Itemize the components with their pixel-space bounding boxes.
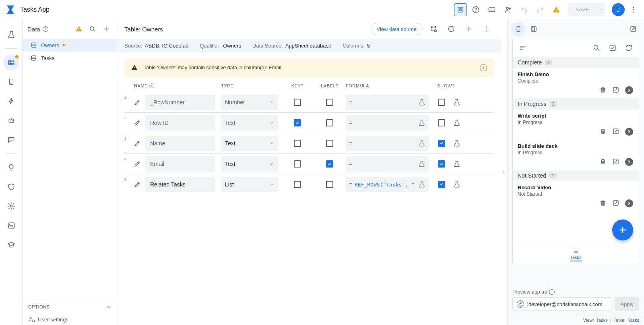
view-data-source-button[interactable]: View data source [371, 23, 423, 35]
task-group-header[interactable]: Not Started1 [513, 170, 639, 181]
flask-icon[interactable] [418, 160, 425, 168]
task-open-icon[interactable] [625, 128, 633, 136]
rail-learn-icon[interactable] [3, 237, 19, 253]
panel-divider[interactable] [501, 19, 507, 325]
preview-as-input[interactable]: @ jdeveloper@christianschalk.com [512, 297, 611, 311]
panel-add-icon[interactable] [101, 23, 112, 35]
info-icon[interactable]: i [43, 26, 48, 32]
add-column-icon[interactable] [462, 22, 476, 36]
checkbox[interactable] [326, 119, 333, 126]
open-preview-icon[interactable] [626, 22, 640, 36]
help-icon[interactable] [469, 2, 483, 17]
undo-icon[interactable] [517, 2, 531, 17]
phone-search-icon[interactable] [590, 41, 603, 55]
column-name-input[interactable]: Related Tasks [145, 177, 215, 192]
formula-input[interactable]: = [346, 156, 429, 172]
column-name-input[interactable]: Row ID [145, 115, 215, 130]
user-avatar[interactable]: J [612, 3, 625, 16]
flask-icon[interactable] [418, 119, 425, 126]
column-type-select[interactable]: List [221, 177, 278, 192]
rail-automation-icon[interactable] [3, 93, 19, 109]
save-caret-icon[interactable] [595, 3, 605, 16]
phone-refresh-icon[interactable] [622, 41, 636, 55]
flask-icon[interactable] [450, 160, 464, 168]
flask-icon[interactable] [450, 119, 464, 126]
flask-icon[interactable] [418, 140, 425, 147]
rail-bot-icon[interactable] [3, 112, 19, 128]
column-name-input[interactable]: Name [145, 136, 215, 151]
column-type-select[interactable]: Number [221, 95, 278, 110]
task-edit-icon[interactable] [612, 128, 619, 136]
rail-security-icon[interactable] [3, 179, 19, 195]
task-item[interactable]: Build slide deck In Progress [513, 140, 639, 170]
edit-column-icon[interactable] [129, 160, 145, 168]
table-item-tasks[interactable]: Tasks [23, 52, 117, 64]
banner-info-icon[interactable]: i [480, 64, 487, 71]
footer-table-link[interactable]: Tasks [628, 318, 639, 323]
options-header[interactable]: OPTIONS [23, 300, 117, 314]
screen-mode-icon[interactable] [454, 3, 467, 16]
task-delete-icon[interactable] [599, 128, 607, 136]
edit-column-icon[interactable] [129, 119, 145, 126]
bottom-tab-tasks[interactable]: Tasks [570, 248, 581, 261]
table-item-owners[interactable]: Owners [23, 39, 117, 52]
task-edit-icon[interactable] [612, 199, 619, 207]
edit-column-icon[interactable] [129, 181, 145, 188]
device-tablet-icon[interactable] [527, 22, 541, 36]
device-phone-icon[interactable] [512, 22, 525, 36]
formula-input[interactable]: =REF_ROWS("Tasks", " [346, 177, 429, 192]
flask-icon[interactable] [450, 99, 464, 106]
checkbox[interactable] [438, 160, 445, 168]
task-open-icon[interactable] [625, 86, 633, 94]
flask-icon[interactable] [418, 181, 425, 188]
checkbox[interactable] [294, 160, 301, 168]
redo-icon[interactable] [533, 2, 547, 17]
task-item[interactable]: Record Video Not Started [513, 181, 639, 211]
checkbox[interactable] [294, 119, 301, 126]
apply-button[interactable]: Apply [615, 297, 639, 311]
warning-icon[interactable] [549, 2, 564, 17]
formula-input[interactable]: = [346, 136, 429, 151]
edit-column-icon[interactable] [129, 99, 145, 106]
rail-data-icon[interactable] [3, 54, 19, 70]
task-item[interactable]: Write script In Progress [513, 110, 639, 140]
edit-column-icon[interactable] [129, 140, 145, 147]
footer-view-link[interactable]: Tasks [597, 318, 608, 323]
checkbox[interactable] [326, 99, 333, 106]
checkbox[interactable] [326, 160, 333, 168]
column-type-select[interactable]: Text [221, 136, 278, 151]
checkbox[interactable] [294, 99, 301, 106]
task-group-header[interactable]: Complete1 [513, 57, 639, 68]
fab-add-button[interactable] [612, 219, 633, 240]
flask-icon[interactable] [418, 99, 425, 106]
task-group-header[interactable]: In Progress2 [513, 98, 639, 110]
sort-icon[interactable] [516, 41, 530, 55]
panel-warning-icon[interactable] [73, 23, 85, 35]
checkbox[interactable] [438, 99, 445, 106]
task-edit-icon[interactable] [612, 86, 619, 94]
panel-search-icon[interactable] [87, 23, 98, 35]
checkbox[interactable] [326, 140, 333, 147]
checkbox[interactable] [438, 181, 445, 188]
checkbox[interactable] [438, 119, 445, 126]
column-type-select[interactable]: Text [221, 156, 278, 172]
rail-views-icon[interactable] [3, 74, 19, 90]
rail-chat-icon[interactable] [3, 132, 19, 148]
task-open-icon[interactable] [625, 158, 633, 166]
select-icon[interactable] [606, 41, 619, 55]
column-name-input[interactable]: Email [145, 156, 215, 172]
formula-input[interactable]: = [346, 115, 429, 130]
rail-settings-icon[interactable] [3, 198, 19, 214]
column-type-select[interactable]: Text [221, 115, 278, 130]
flask-icon[interactable] [450, 181, 464, 188]
task-delete-icon[interactable] [599, 199, 607, 207]
task-item[interactable]: Finish Demo Complete [513, 68, 639, 98]
task-open-icon[interactable] [625, 199, 633, 207]
rail-suggestions-icon[interactable] [3, 159, 19, 176]
flask-icon[interactable] [450, 140, 464, 147]
overflow-menu-icon[interactable] [626, 2, 641, 17]
task-edit-icon[interactable] [612, 158, 619, 166]
share-icon[interactable] [501, 2, 515, 17]
checkbox[interactable] [438, 140, 445, 147]
table-overflow-icon[interactable] [480, 22, 493, 36]
